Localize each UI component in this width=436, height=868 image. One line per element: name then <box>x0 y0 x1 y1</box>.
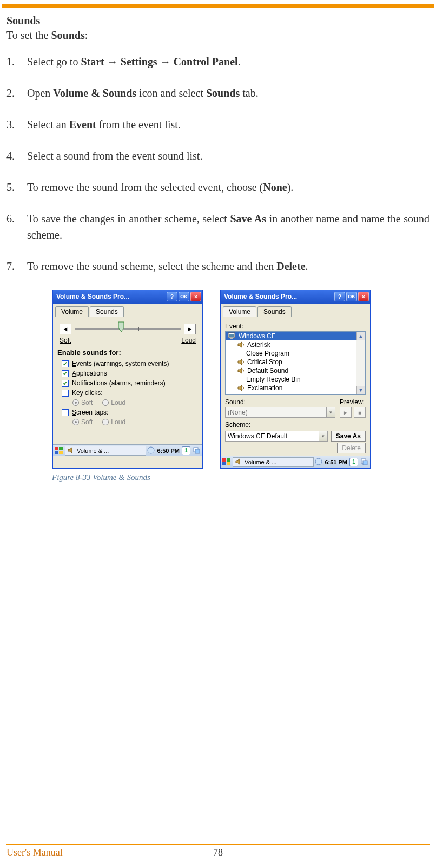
list-item-label: Windows CE <box>239 332 276 340</box>
list-item[interactable]: Asterisk <box>226 340 365 349</box>
event-listbox[interactable]: ▲ ▼ Windows CE Asterisk Close Program <box>225 331 366 395</box>
step-2: Open Volume & Sounds icon and select Sou… <box>6 85 430 101</box>
close-button[interactable]: × <box>358 292 369 301</box>
delete-button[interactable]: Delete <box>337 443 366 453</box>
tab-sounds[interactable]: Sounds <box>90 306 124 317</box>
tab-volume[interactable]: Volume <box>55 306 89 317</box>
event-label: Event: <box>225 321 366 331</box>
speaker-icon <box>237 359 245 365</box>
step-bold: Sounds <box>206 87 240 99</box>
step-text: → <box>104 56 121 68</box>
radio-soft[interactable]: Soft <box>72 399 93 406</box>
clock[interactable]: 6:50 PM <box>157 448 180 454</box>
help-button[interactable]: ? <box>334 292 345 301</box>
radio-loud[interactable]: Loud <box>102 418 125 426</box>
save-as-button[interactable]: Save As <box>331 431 366 442</box>
step-bold: Event <box>69 119 96 130</box>
speaker-icon <box>237 385 245 391</box>
radio-label: Soft <box>81 418 93 426</box>
chevron-down-icon[interactable]: ▾ <box>327 407 335 418</box>
chk-screentaps[interactable]: Screen taps: <box>57 407 198 417</box>
checkbox-icon[interactable] <box>62 380 69 387</box>
tab-volume[interactable]: Volume <box>223 306 256 317</box>
network-icon[interactable] <box>147 446 155 455</box>
svg-marker-13 <box>238 359 242 365</box>
chk-applications[interactable]: Applications <box>57 369 198 378</box>
soft-loud-labels: Soft Loud <box>57 337 198 347</box>
radio-label: Loud <box>111 418 125 426</box>
task-label: Volume & ... <box>77 448 109 454</box>
radio-soft[interactable]: Soft <box>72 418 93 426</box>
list-item[interactable]: Critical Stop <box>226 358 365 366</box>
start-icon[interactable] <box>222 458 232 466</box>
volume-down-button[interactable]: ◄ <box>60 324 71 334</box>
list-item[interactable]: Close Program <box>226 349 365 358</box>
chk-events[interactable]: Events (warnings, system events) <box>57 359 198 369</box>
figure-caption: Figure 8-33 Volume & Sounds <box>52 473 430 482</box>
scroll-up-button[interactable]: ▲ <box>356 332 365 340</box>
ok-button[interactable]: OK <box>179 292 189 301</box>
list-item[interactable]: Default Sound <box>226 366 365 375</box>
titlebar[interactable]: Volume & Sounds Pro... ? OK × <box>53 290 202 304</box>
checkbox-icon[interactable] <box>62 370 69 377</box>
scrollbar[interactable] <box>356 340 365 386</box>
network-icon[interactable] <box>315 458 322 466</box>
top-rule <box>2 4 434 8</box>
intro-suffix: : <box>85 29 88 41</box>
desktop-badge[interactable]: 1 <box>349 458 358 466</box>
radio-icon <box>102 419 109 425</box>
radio-icon <box>72 399 79 406</box>
taskbar[interactable]: Volume & ... 6:51 PM 1 <box>221 456 370 468</box>
section-heading: Sounds <box>6 15 430 27</box>
list-item[interactable]: Windows CE <box>226 332 365 340</box>
svg-marker-15 <box>238 385 242 391</box>
close-button[interactable]: × <box>190 292 201 301</box>
taskbar-task[interactable]: Volume & ... <box>233 457 314 467</box>
speaker-icon <box>237 367 245 374</box>
titlebar[interactable]: Volume & Sounds Pro... ? OK × <box>221 290 370 304</box>
list-item[interactable]: Exclamation <box>226 384 365 392</box>
preview-label: Preview: <box>340 397 366 407</box>
sounds-pane: Event: ▲ ▼ Windows CE Asterisk Close Pro… <box>221 317 370 456</box>
svg-point-21 <box>315 458 322 465</box>
volume-up-button[interactable]: ► <box>184 324 196 334</box>
chk-notifications[interactable]: Notifications (alarms, reminders) <box>57 378 198 388</box>
svg-rect-1 <box>55 447 58 450</box>
ok-button[interactable]: OK <box>346 292 357 301</box>
volume-slider[interactable] <box>75 323 181 336</box>
checkbox-icon[interactable] <box>62 409 69 416</box>
taskbar[interactable]: Volume & ... 6:50 PM 1 <box>53 444 202 456</box>
help-button[interactable]: ? <box>167 292 177 301</box>
chevron-down-icon[interactable]: ▾ <box>319 431 328 442</box>
chk-label: Events (warnings, system events) <box>72 360 169 367</box>
svg-rect-2 <box>59 447 63 450</box>
speaker-icon <box>237 341 245 348</box>
preview-play-button[interactable]: ► <box>340 407 352 418</box>
checkbox-icon[interactable] <box>62 390 69 397</box>
clock[interactable]: 6:51 PM <box>325 459 347 465</box>
scroll-down-button[interactable]: ▼ <box>356 386 365 394</box>
scheme-combo[interactable]: Windows CE Default ▾ <box>225 431 328 442</box>
footer-page: 78 <box>63 847 374 858</box>
start-icon[interactable] <box>54 446 64 455</box>
chk-keyclicks[interactable]: Key clicks: <box>57 388 198 398</box>
windows-icon[interactable] <box>193 446 201 455</box>
svg-marker-12 <box>238 342 242 347</box>
tabstrip: Volume Sounds <box>53 304 202 317</box>
desktop-badge[interactable]: 1 <box>182 446 190 455</box>
sound-combo[interactable]: (None) ▾ <box>225 407 335 418</box>
list-item-label: Asterisk <box>247 341 270 348</box>
step-bold: Delete <box>276 260 305 272</box>
tab-sounds[interactable]: Sounds <box>257 306 292 317</box>
radio-label: Loud <box>111 399 125 406</box>
list-item[interactable]: Empty Recycle Bin <box>226 375 365 384</box>
volume-slider-row: ◄ ► <box>57 321 198 337</box>
checkbox-icon[interactable] <box>62 360 69 367</box>
taskbar-task[interactable]: Volume & ... <box>65 446 146 456</box>
tray: 6:51 PM 1 <box>315 458 369 466</box>
windows-icon[interactable] <box>360 458 369 466</box>
svg-point-6 <box>148 447 154 453</box>
radio-loud[interactable]: Loud <box>102 399 125 406</box>
preview-stop-button[interactable]: ■ <box>354 407 366 418</box>
svg-rect-16 <box>222 458 226 462</box>
